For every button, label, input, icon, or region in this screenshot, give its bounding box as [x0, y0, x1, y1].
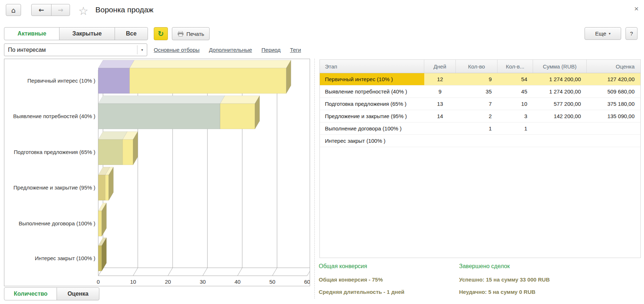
- deals-success-line: Успешно: 15 на сумму 33 000 RUB: [459, 276, 550, 283]
- value-cell[interactable]: 9: [424, 86, 456, 97]
- value-cell[interactable]: 12: [424, 73, 456, 85]
- stage-cell[interactable]: Выявление потребностей (40% ): [320, 86, 424, 97]
- funnel-chart: 0102030405060Первичный интерес (10% )Выя…: [4, 59, 310, 286]
- column-header[interactable]: Кол-в...: [498, 60, 533, 73]
- value-cell[interactable]: 2: [456, 110, 498, 122]
- table-row[interactable]: Выполнение договора (100% )11: [320, 122, 640, 135]
- back-button[interactable]: ←: [31, 4, 51, 16]
- pane-splitter[interactable]: [314, 59, 315, 299]
- value-cell[interactable]: 10: [498, 98, 533, 110]
- stage-label: Подготовка предложения (65% ): [14, 149, 95, 155]
- table-row[interactable]: Подготовка предложения (65% )13710577 20…: [320, 98, 640, 110]
- bar-top-face[interactable]: [129, 60, 291, 68]
- help-label: ?: [630, 30, 633, 37]
- column-header[interactable]: Сумма (RUB): [533, 60, 587, 73]
- forward-button[interactable]: →: [51, 4, 70, 16]
- tab-closed-deals[interactable]: Закрытые: [59, 27, 115, 40]
- close-icon[interactable]: ×: [634, 4, 639, 13]
- value-cell[interactable]: 54: [498, 73, 533, 85]
- printer-icon: [177, 31, 184, 37]
- deals-summary: Завершено сделок Успешно: 15 на сумму 33…: [459, 263, 550, 295]
- value-cell[interactable]: 3: [498, 110, 533, 122]
- bar-top-face[interactable]: [98, 132, 127, 139]
- column-header[interactable]: Кол-во: [456, 60, 498, 73]
- bar-segment[interactable]: [98, 175, 105, 200]
- column-header[interactable]: Дней: [424, 60, 456, 73]
- avg-duration-line: Средняя длительность - 1 дней: [319, 289, 404, 295]
- bar-segment[interactable]: [98, 211, 102, 236]
- table-row[interactable]: Интерес закрыт (100% ): [320, 135, 640, 147]
- toggle-estimate-button[interactable]: Оценка: [57, 287, 99, 300]
- value-cell[interactable]: 142 200,00: [533, 110, 587, 122]
- value-cell[interactable]: 135 090,00: [587, 110, 640, 122]
- link-period[interactable]: Период: [261, 47, 281, 53]
- value-cell[interactable]: [498, 135, 533, 147]
- value-cell[interactable]: 375 180,00: [587, 98, 640, 110]
- value-cell[interactable]: 13: [424, 98, 456, 110]
- funnel-chart-panel: 0102030405060Первичный интерес (10% )Выя…: [4, 59, 310, 286]
- value-cell[interactable]: 127 420,00: [587, 73, 640, 85]
- table-row[interactable]: Предложение и закрытие (95% )1423142 200…: [320, 110, 640, 122]
- value-cell[interactable]: [587, 135, 640, 147]
- bar-top-face[interactable]: [98, 96, 225, 104]
- toggle-label: Оценка: [67, 291, 88, 297]
- stage-cell[interactable]: Выполнение договора (100% ): [320, 122, 424, 134]
- stage-label: Интерес закрыт (100% ): [35, 255, 95, 261]
- bar-segment[interactable]: [98, 139, 123, 165]
- column-header[interactable]: Оценка: [587, 60, 640, 73]
- value-cell[interactable]: [533, 135, 587, 147]
- stage-cell[interactable]: Интерес закрыт (100% ): [320, 135, 424, 147]
- value-cell[interactable]: 7: [456, 98, 498, 110]
- value-cell[interactable]: 14: [424, 110, 456, 122]
- grouping-combobox[interactable]: По интересам ▾: [4, 43, 147, 56]
- bar-segment[interactable]: [105, 175, 109, 200]
- combobox-arrow-icon[interactable]: ▾: [137, 45, 147, 54]
- value-cell[interactable]: [456, 135, 498, 147]
- bar-segment[interactable]: [129, 68, 286, 93]
- bar-top-face[interactable]: [98, 60, 134, 68]
- stage-label: Выявление потребностей (40% ): [13, 113, 95, 119]
- bar-segment[interactable]: [123, 139, 133, 165]
- value-cell[interactable]: 35: [456, 86, 498, 97]
- value-cell[interactable]: [533, 122, 587, 134]
- home-icon: ⌂: [11, 6, 16, 14]
- refresh-button[interactable]: ↻: [154, 27, 168, 40]
- link-additional[interactable]: Дополнительные: [209, 47, 252, 53]
- value-cell[interactable]: 45: [498, 86, 533, 97]
- deals-heading: Завершено сделок: [459, 263, 550, 270]
- toggle-quantity-button[interactable]: Количество: [4, 287, 57, 300]
- value-cell[interactable]: 9: [456, 73, 498, 85]
- table-row[interactable]: Выявление потребностей (40% )935451 274 …: [320, 86, 640, 98]
- value-cell[interactable]: 577 200,00: [533, 98, 587, 110]
- more-button[interactable]: Еще ▾: [585, 27, 621, 40]
- table-header: ЭтапДнейКол-воКол-в...Сумма (RUB)Оценка: [320, 60, 640, 73]
- table-row[interactable]: Первичный интерес (10% )129541 274 200,0…: [320, 73, 640, 86]
- bar-segment[interactable]: [98, 246, 102, 271]
- stage-cell[interactable]: Подготовка предложения (65% ): [320, 98, 424, 110]
- value-cell[interactable]: 1: [456, 122, 498, 134]
- value-cell[interactable]: [424, 135, 456, 147]
- stage-cell[interactable]: Первичный интерес (10% ): [320, 73, 424, 85]
- home-button[interactable]: ⌂: [6, 4, 21, 16]
- value-cell[interactable]: 1: [498, 122, 533, 134]
- value-cell[interactable]: 1 274 200,00: [533, 73, 587, 85]
- bar-segment[interactable]: [220, 104, 255, 129]
- value-cell[interactable]: 509 680,00: [587, 86, 640, 97]
- favorite-star-icon[interactable]: ☆: [78, 4, 88, 17]
- link-main-filters[interactable]: Основные отборы: [154, 47, 199, 53]
- value-cell[interactable]: [424, 122, 456, 134]
- print-button[interactable]: Печать: [172, 27, 210, 40]
- stage-cell[interactable]: Предложение и закрытие (95% ): [320, 110, 424, 122]
- value-cell[interactable]: 1 274 200,00: [533, 86, 587, 97]
- tab-active-deals[interactable]: Активные: [4, 27, 60, 40]
- bar-segment[interactable]: [98, 104, 220, 129]
- column-header[interactable]: Этап: [320, 60, 424, 73]
- bar-top-face[interactable]: [220, 96, 260, 104]
- value-cell[interactable]: [587, 122, 640, 134]
- link-tags[interactable]: Теги: [290, 47, 301, 53]
- gridline: [168, 268, 173, 276]
- tab-all-deals[interactable]: Все: [115, 27, 148, 40]
- axis-tick-label: 10: [130, 279, 136, 285]
- bar-segment[interactable]: [98, 68, 129, 93]
- help-button[interactable]: ?: [626, 27, 637, 40]
